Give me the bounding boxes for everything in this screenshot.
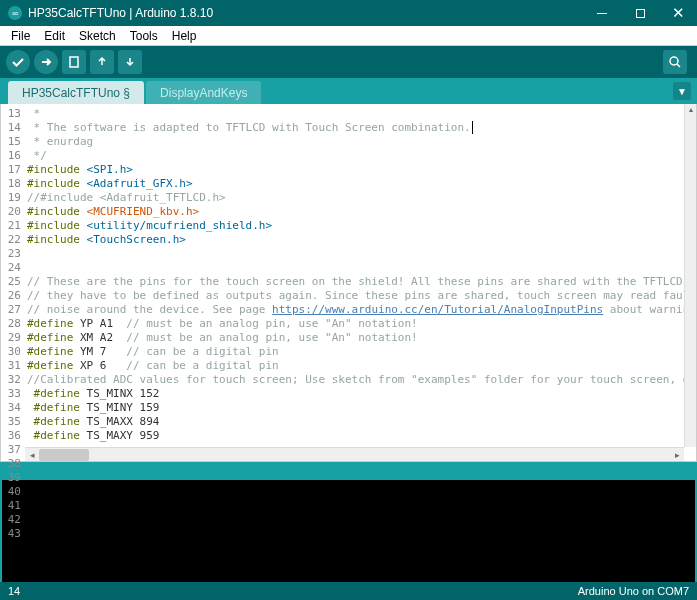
scroll-thumb[interactable]	[39, 449, 89, 461]
line-gutter: 13 14 15 16 17 18 19 20 21 22 23 24 25 2…	[1, 104, 25, 461]
toolbar	[0, 46, 697, 78]
verify-button[interactable]	[6, 50, 30, 74]
menu-sketch[interactable]: Sketch	[72, 27, 123, 45]
vertical-scrollbar[interactable]: ▴	[684, 104, 696, 447]
menu-edit[interactable]: Edit	[37, 27, 72, 45]
menu-tools[interactable]: Tools	[123, 27, 165, 45]
titlebar: ∞ HP35CalcTFTUno | Arduino 1.8.10 ✕	[0, 0, 697, 26]
new-button[interactable]	[62, 50, 86, 74]
code-area[interactable]: * * The software is adapted to TFTLCD wi…	[25, 104, 696, 461]
statusbar: 14 Arduino Uno on COM7	[0, 582, 697, 600]
window-title: HP35CalcTFTUno | Arduino 1.8.10	[28, 6, 583, 20]
arduino-logo-icon: ∞	[8, 6, 22, 20]
minimize-button[interactable]	[583, 0, 621, 26]
serial-monitor-button[interactable]	[663, 50, 687, 74]
message-bar	[0, 462, 697, 480]
tab-inactive[interactable]: DisplayAndKeys	[146, 81, 261, 104]
status-line-number: 14	[8, 585, 578, 597]
scroll-left-icon[interactable]: ◂	[26, 449, 38, 461]
maximize-button[interactable]	[621, 0, 659, 26]
open-button[interactable]	[90, 50, 114, 74]
svg-rect-0	[70, 57, 78, 67]
status-board: Arduino Uno on COM7	[578, 585, 689, 597]
save-button[interactable]	[118, 50, 142, 74]
code-editor[interactable]: 13 14 15 16 17 18 19 20 21 22 23 24 25 2…	[0, 104, 697, 462]
upload-button[interactable]	[34, 50, 58, 74]
horizontal-scrollbar[interactable]: ◂ ▸	[25, 447, 684, 461]
tabbar: HP35CalcTFTUno § DisplayAndKeys ▼	[0, 78, 697, 104]
scroll-right-icon[interactable]: ▸	[671, 449, 683, 461]
close-button[interactable]: ✕	[659, 0, 697, 26]
tab-active[interactable]: HP35CalcTFTUno §	[8, 81, 144, 104]
scroll-up-icon[interactable]: ▴	[686, 105, 696, 115]
menubar: File Edit Sketch Tools Help	[0, 26, 697, 46]
menu-help[interactable]: Help	[165, 27, 204, 45]
tab-menu-dropdown-icon[interactable]: ▼	[673, 82, 691, 100]
svg-point-1	[670, 57, 678, 65]
menu-file[interactable]: File	[4, 27, 37, 45]
output-console[interactable]	[0, 480, 697, 582]
